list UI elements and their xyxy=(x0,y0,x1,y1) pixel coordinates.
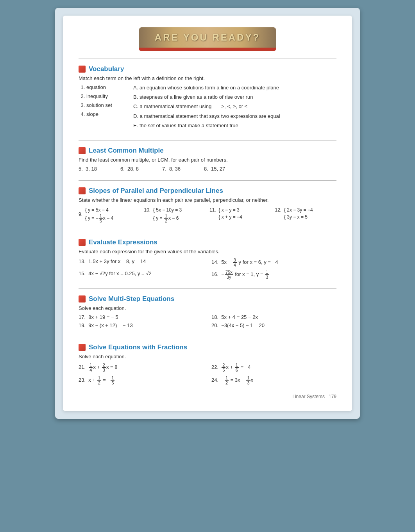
evaluate-section: Evaluate Expressions Evaluate each expre… xyxy=(79,238,336,279)
multistep-17: 17. 8x + 19 = − 5 xyxy=(79,314,204,320)
lcm-prob-5: 5. 3, 18 xyxy=(79,166,97,172)
def-b: B. steepness of a line given as a ratio … xyxy=(133,94,336,101)
slope-11: 11. { x − y = 3 { x + y = −4 xyxy=(209,206,271,223)
section-icon-multi xyxy=(79,295,86,302)
fractions-grid: 21. 14x + 23x = 8 22. 25x + 16 = −4 23. … xyxy=(79,363,336,385)
eval-grid: 13. 1.5x + 3y for x = 8, y = 14 14. 5x −… xyxy=(79,258,336,279)
vocab-terms: equation inequality solution set slope xyxy=(79,84,125,132)
frac-21: 21. 14x + 23x = 8 xyxy=(79,363,204,372)
frac-23: 23. x + 12 = −15 xyxy=(79,375,204,385)
section-icon-eval xyxy=(79,239,86,246)
multistep-19: 19. 9x − (x + 12) = − 13 xyxy=(79,322,204,328)
lcm-prob-6: 6. 28, 8 xyxy=(120,166,139,172)
page-container: Are You Ready? Vocabulary Match each ter… xyxy=(55,8,360,419)
eval-15: 15. 4x − √2y for x = 0.25, y = √2 xyxy=(79,270,204,279)
header-banner: Are You Ready? xyxy=(79,27,336,51)
slope-9: 9. { y = 5x − 4 { y = −15x − 4 xyxy=(79,206,140,223)
page-footer: Linear Systems 179 xyxy=(79,394,336,399)
multistep-section: Solve Multi-Step Equations Solve each eq… xyxy=(79,295,336,328)
footer-subject: Linear Systems xyxy=(292,394,325,399)
slopes-section: Slopes of Parallel and Perpendicular Lin… xyxy=(79,187,336,223)
slopes-grid: 9. { y = 5x − 4 { y = −15x − 4 10. { 5x … xyxy=(79,206,336,223)
header-title: Are You Ready? xyxy=(155,32,260,43)
eval-16: 16. −75x3y for x = 1, y = 13 xyxy=(211,270,336,279)
frac-24: 24. −12 = 3x − 13x xyxy=(211,375,336,385)
def-d: D. a mathematical statement that says tw… xyxy=(133,113,336,120)
vocabulary-desc: Match each term on the left with a defin… xyxy=(79,75,336,81)
section-icon-lcm xyxy=(79,147,86,154)
fractions-title: Solve Equations with Fractions xyxy=(79,343,336,351)
def-c: C. a mathematical statement using >, <, … xyxy=(133,103,336,110)
footer-page: 179 xyxy=(329,394,336,399)
lcm-prob-8: 8. 15, 27 xyxy=(204,166,225,172)
lcm-title: Least Common Multiple xyxy=(79,147,336,155)
slope-12: 12. { 2x − 3y = −4 { 3y − x = 5 xyxy=(275,206,337,223)
frac-22: 22. 25x + 16 = −4 xyxy=(211,363,336,372)
slopes-title: Slopes of Parallel and Perpendicular Lin… xyxy=(79,187,336,195)
eval-14: 14. 5x − 34 y for x = 6, y = −4 xyxy=(211,258,336,267)
red-ribbon xyxy=(139,48,276,51)
section-icon-vocab xyxy=(79,66,86,73)
header-badge: Are You Ready? xyxy=(139,27,276,51)
lcm-prob-7: 7. 8, 36 xyxy=(162,166,181,172)
multistep-20: 20. −3(4x − 5) − 1 = 20 xyxy=(211,322,336,328)
multistep-title: Solve Multi-Step Equations xyxy=(79,295,336,303)
slope-10: 10. { 5x − 10y = 3 { y = 12x − 6 xyxy=(144,206,206,223)
evaluate-desc: Evaluate each expression for the given v… xyxy=(79,249,336,254)
section-icon-frac xyxy=(79,344,86,351)
def-a: A. an equation whose solutions form a li… xyxy=(133,84,336,91)
eval-13: 13. 1.5x + 3y for x = 8, y = 14 xyxy=(79,258,204,267)
vocab-grid: equation inequality solution set slope A… xyxy=(79,84,336,132)
section-icon-slopes xyxy=(79,187,86,194)
vocabulary-title: Vocabulary xyxy=(79,65,336,73)
multistep-grid: 17. 8x + 19 = − 5 18. 5x + 4 = 25 − 2x 1… xyxy=(79,314,336,328)
vocab-term-4: slope xyxy=(86,111,125,117)
vocab-term-2: inequality xyxy=(86,93,125,99)
fractions-desc: Solve each equation. xyxy=(79,354,336,359)
vocab-term-3: solution set xyxy=(86,102,125,108)
vocabulary-section: Vocabulary Match each term on the left w… xyxy=(79,65,336,132)
slopes-desc: State whether the linear equations in ea… xyxy=(79,197,336,203)
white-card: Are You Ready? Vocabulary Match each ter… xyxy=(63,16,352,411)
fractions-section: Solve Equations with Fractions Solve eac… xyxy=(79,343,336,385)
multistep-18: 18. 5x + 4 = 25 − 2x xyxy=(211,314,336,320)
lcm-desc: Find the least common multiple, or LCM, … xyxy=(79,157,336,163)
evaluate-title: Evaluate Expressions xyxy=(79,238,336,246)
vocab-term-1: equation xyxy=(86,84,125,90)
multistep-desc: Solve each equation. xyxy=(79,305,336,311)
def-e: E. the set of values that make a stateme… xyxy=(133,122,336,129)
lcm-problems: 5. 3, 18 6. 28, 8 7. 8, 36 8. 15, 27 xyxy=(79,166,336,172)
lcm-section: Least Common Multiple Find the least com… xyxy=(79,147,336,172)
vocab-definitions: A. an equation whose solutions form a li… xyxy=(133,84,336,132)
